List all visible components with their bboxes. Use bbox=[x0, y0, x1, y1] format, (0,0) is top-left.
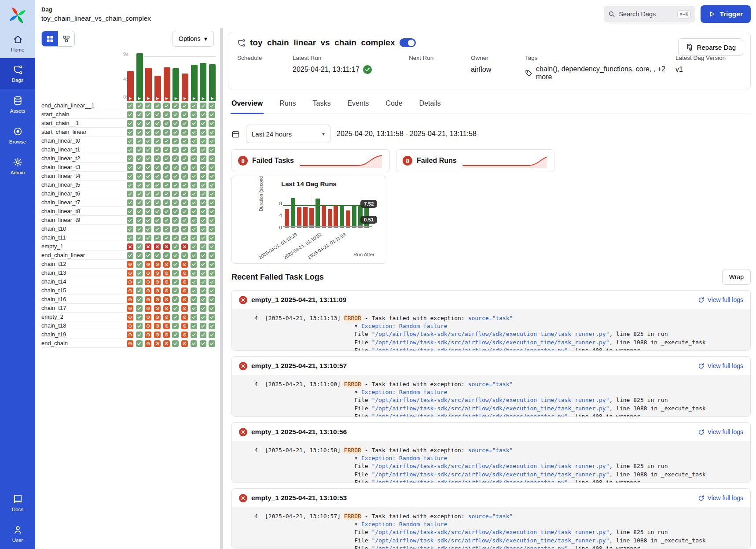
task-instance-success-icon[interactable] bbox=[181, 120, 188, 127]
task-name-link[interactable]: chain_t19 bbox=[41, 330, 127, 339]
task-instance-success-icon[interactable] bbox=[136, 138, 143, 144]
task-instance-upstream-failed-icon[interactable] bbox=[127, 305, 133, 312]
refresh-icon[interactable] bbox=[698, 429, 705, 435]
view-full-logs-link[interactable]: View full logs bbox=[708, 494, 743, 501]
task-instance-success-icon[interactable] bbox=[154, 164, 161, 171]
task-instance-success-icon[interactable] bbox=[200, 235, 206, 241]
task-instance-upstream-failed-icon[interactable] bbox=[127, 296, 133, 303]
task-instance-success-icon[interactable] bbox=[209, 340, 215, 347]
dag-run-bar[interactable]: ▶ bbox=[136, 53, 143, 101]
task-instance-success-icon[interactable] bbox=[191, 191, 197, 197]
dag-run-duration-bar[interactable] bbox=[346, 210, 350, 228]
task-instance-success-icon[interactable] bbox=[154, 199, 161, 206]
task-instance-upstream-failed-icon[interactable] bbox=[163, 305, 170, 312]
task-instance-success-icon[interactable] bbox=[172, 138, 179, 144]
task-instance-success-icon[interactable] bbox=[136, 226, 143, 232]
task-name-link[interactable]: chain_linear_t3 bbox=[41, 163, 127, 172]
task-instance-success-icon[interactable] bbox=[136, 323, 143, 329]
task-instance-upstream-failed-icon[interactable] bbox=[154, 279, 161, 285]
task-instance-upstream-failed-icon[interactable] bbox=[127, 279, 133, 285]
task-instance-success-icon[interactable] bbox=[200, 199, 206, 206]
task-instance-success-icon[interactable] bbox=[127, 182, 133, 188]
sidebar-item-home[interactable]: Home bbox=[0, 31, 35, 58]
task-name-link[interactable]: empty_1 bbox=[41, 242, 127, 251]
task-instance-success-icon[interactable] bbox=[172, 279, 179, 285]
task-instance-success-icon[interactable] bbox=[191, 173, 197, 180]
task-instance-success-icon[interactable] bbox=[200, 252, 206, 259]
sidebar-item-browse[interactable]: Browse bbox=[0, 120, 35, 151]
search-input[interactable]: Search Dags ⌘+K bbox=[604, 6, 695, 22]
task-instance-success-icon[interactable] bbox=[181, 164, 188, 171]
task-instance-success-icon[interactable] bbox=[200, 129, 206, 136]
task-instance-success-icon[interactable] bbox=[127, 164, 133, 171]
task-name-link[interactable]: chain_linear_t9 bbox=[41, 216, 127, 225]
sidebar-item-docs[interactable]: Docs bbox=[0, 487, 35, 518]
task-instance-success-icon[interactable] bbox=[172, 103, 179, 109]
task-instance-success-icon[interactable] bbox=[163, 129, 170, 136]
task-instance-success-icon[interactable] bbox=[163, 138, 170, 144]
task-instance-success-icon[interactable] bbox=[163, 217, 170, 224]
task-instance-upstream-failed-icon[interactable] bbox=[145, 332, 151, 338]
task-instance-success-icon[interactable] bbox=[191, 279, 197, 285]
task-instance-success-icon[interactable] bbox=[200, 120, 206, 127]
task-instance-success-icon[interactable] bbox=[163, 120, 170, 127]
task-instance-upstream-failed-icon[interactable] bbox=[154, 261, 161, 268]
task-instance-success-icon[interactable] bbox=[127, 226, 133, 232]
task-instance-success-icon[interactable] bbox=[191, 243, 197, 250]
task-instance-success-icon[interactable] bbox=[181, 191, 188, 197]
task-instance-success-icon[interactable] bbox=[209, 261, 215, 268]
task-instance-success-icon[interactable] bbox=[172, 332, 179, 338]
task-instance-success-icon[interactable] bbox=[209, 103, 215, 109]
task-instance-success-icon[interactable] bbox=[172, 147, 179, 153]
task-instance-success-icon[interactable] bbox=[127, 111, 133, 118]
wrap-button[interactable]: Wrap bbox=[722, 269, 751, 285]
task-instance-success-icon[interactable] bbox=[127, 155, 133, 162]
task-instance-success-icon[interactable] bbox=[163, 147, 170, 153]
tab-tasks[interactable]: Tasks bbox=[312, 95, 332, 114]
task-instance-success-icon[interactable] bbox=[172, 226, 179, 232]
stat-card-failed-runs[interactable]: 8 Failed Runs bbox=[396, 149, 554, 172]
task-instance-success-icon[interactable] bbox=[154, 120, 161, 127]
task-name-link[interactable]: chain_linear_t8 bbox=[41, 207, 127, 216]
task-instance-success-icon[interactable] bbox=[127, 217, 133, 224]
task-instance-success-icon[interactable] bbox=[136, 129, 143, 136]
dag-run-duration-bar[interactable] bbox=[340, 206, 344, 228]
task-instance-success-icon[interactable] bbox=[191, 138, 197, 144]
task-instance-success-icon[interactable] bbox=[191, 208, 197, 215]
task-instance-success-icon[interactable] bbox=[200, 243, 206, 250]
task-instance-success-icon[interactable] bbox=[163, 199, 170, 206]
task-instance-success-icon[interactable] bbox=[200, 226, 206, 232]
dag-run-bar[interactable]: ▶ bbox=[182, 74, 188, 101]
task-name-link[interactable]: chain_linear_t1 bbox=[41, 145, 127, 154]
task-instance-success-icon[interactable] bbox=[191, 235, 197, 241]
task-instance-success-icon[interactable] bbox=[200, 182, 206, 188]
task-instance-success-icon[interactable] bbox=[209, 287, 215, 294]
task-instance-success-icon[interactable] bbox=[191, 155, 197, 162]
task-instance-success-icon[interactable] bbox=[209, 138, 215, 144]
task-instance-success-icon[interactable] bbox=[209, 173, 215, 180]
task-instance-upstream-failed-icon[interactable] bbox=[145, 287, 151, 294]
task-instance-success-icon[interactable] bbox=[172, 164, 179, 171]
task-instance-success-icon[interactable] bbox=[172, 155, 179, 162]
task-instance-success-icon[interactable] bbox=[136, 261, 143, 268]
task-instance-success-icon[interactable] bbox=[154, 226, 161, 232]
task-instance-success-icon[interactable] bbox=[145, 103, 151, 109]
task-name-link[interactable]: chain_linear_t6 bbox=[41, 189, 127, 198]
task-instance-success-icon[interactable] bbox=[172, 252, 179, 259]
task-instance-success-icon[interactable] bbox=[136, 340, 143, 347]
task-instance-success-icon[interactable] bbox=[200, 340, 206, 347]
task-instance-success-icon[interactable] bbox=[200, 155, 206, 162]
task-instance-upstream-failed-icon[interactable] bbox=[154, 340, 161, 347]
task-instance-success-icon[interactable] bbox=[145, 226, 151, 232]
task-instance-success-icon[interactable] bbox=[200, 103, 206, 109]
task-instance-success-icon[interactable] bbox=[136, 199, 143, 206]
task-instance-upstream-failed-icon[interactable] bbox=[181, 279, 188, 285]
task-name-link[interactable]: chain_t10 bbox=[41, 225, 127, 233]
task-instance-success-icon[interactable] bbox=[136, 173, 143, 180]
task-instance-success-icon[interactable] bbox=[209, 323, 215, 329]
task-instance-success-icon[interactable] bbox=[191, 182, 197, 188]
task-instance-success-icon[interactable] bbox=[181, 182, 188, 188]
task-instance-success-icon[interactable] bbox=[200, 305, 206, 312]
task-instance-success-icon[interactable] bbox=[136, 332, 143, 338]
refresh-icon[interactable] bbox=[698, 495, 705, 501]
